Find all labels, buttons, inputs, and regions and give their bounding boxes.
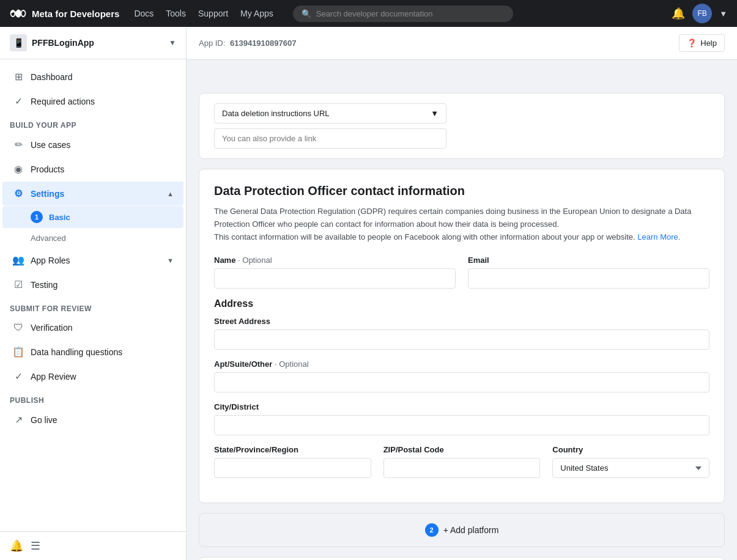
main-content: App ID: 613941910897607 ❓ Help Data dele…	[187, 54, 737, 560]
circle-icon: ◉	[12, 163, 24, 175]
sidebar-item-testing[interactable]: ☑ Testing	[2, 273, 183, 297]
state-input[interactable]	[214, 458, 371, 478]
bell-icon[interactable]: 🔔	[672, 7, 685, 20]
sidebar-item-label: App Review	[31, 372, 76, 381]
dpo-title: Data Protection Officer contact informat…	[214, 184, 709, 198]
check-shield-icon: ✓	[12, 370, 24, 382]
country-group: Country United States Canada United King…	[552, 445, 709, 478]
learn-more-link[interactable]: Learn More.	[637, 232, 680, 241]
address-title: Address	[214, 298, 709, 309]
zip-group: ZIP/Postal Code	[383, 445, 541, 478]
state-zip-country-row: State/Province/Region ZIP/Postal Code Co…	[214, 445, 709, 478]
sidebar-item-required-actions[interactable]: ✓ Required actions	[2, 89, 183, 113]
country-label: Country	[552, 445, 709, 454]
zip-label: ZIP/Postal Code	[383, 445, 541, 454]
sidebar-item-basic[interactable]: 1 Basic	[2, 206, 183, 228]
sidebar-item-label: Go live	[31, 415, 57, 425]
gear-icon: ⚙	[12, 188, 24, 199]
sidebar-item-label: Testing	[31, 280, 57, 290]
sidebar-nav: ⊞ Dashboard ✓ Required actions Build you…	[0, 59, 186, 531]
section-build: Build your app	[0, 114, 186, 132]
email-group: Email	[468, 256, 709, 289]
sidebar-item-label: Dashboard	[31, 72, 73, 82]
sidebar-item-app-review[interactable]: ✓ App Review	[2, 364, 183, 388]
checkbox-icon: ☑	[12, 279, 24, 290]
svg-point-2	[21, 10, 26, 17]
name-group: Name · Optional	[214, 256, 456, 289]
sidebar-bottom: 🔔 ☰	[0, 531, 186, 560]
city-input[interactable]	[214, 415, 709, 435]
chevron-down-icon: ▼	[169, 39, 176, 47]
sidebar-item-label: Data handling questions	[31, 347, 122, 357]
basic-badge: 1	[31, 211, 43, 223]
checkmark-icon: ✓	[12, 95, 24, 107]
dpo-description: The General Data Protection Regulation (…	[214, 205, 709, 243]
sidebar-item-label: Verification	[31, 323, 72, 333]
add-platform-bar[interactable]: 2 + Add platform	[199, 513, 725, 547]
content-area: Data deletion instructions URL ▼ Data Pr…	[199, 93, 725, 560]
nav-docs[interactable]: Docs	[134, 9, 154, 18]
street-row: Street Address	[214, 317, 709, 350]
data-deletion-dropdown[interactable]: Data deletion instructions URL ▼	[214, 103, 446, 123]
sidebar-subitem-label: Basic	[49, 213, 70, 222]
clipboard-icon: 📋	[12, 346, 24, 358]
street-group: Street Address	[214, 317, 709, 350]
sidebar-item-label: Use cases	[31, 140, 70, 150]
sidebar-item-dashboard[interactable]: ⊞ Dashboard	[2, 65, 183, 89]
street-label: Street Address	[214, 317, 709, 326]
state-group: State/Province/Region	[214, 445, 371, 478]
sidebar-item-app-roles[interactable]: 👥 App Roles ▼	[2, 248, 183, 272]
link-input[interactable]	[214, 128, 446, 149]
dpo-card: Data Protection Officer contact informat…	[199, 169, 725, 503]
sidebar-item-verification[interactable]: 🛡 Verification	[2, 316, 183, 339]
sidebar-item-go-live[interactable]: ↗ Go live	[2, 408, 183, 432]
zip-input[interactable]	[383, 458, 541, 478]
city-label: City/District	[214, 402, 709, 411]
footer-bar: Discard Save changes	[199, 557, 725, 560]
section-submit: Submit for review	[0, 297, 186, 315]
apt-input[interactable]	[214, 372, 709, 392]
search-icon: 🔍	[302, 9, 311, 18]
chevron-down-icon: ▼	[167, 257, 174, 264]
street-input[interactable]	[214, 330, 709, 350]
email-label: Email	[468, 256, 709, 265]
apt-row: Apt/Suite/Other · Optional	[214, 359, 709, 392]
nav-tools[interactable]: Tools	[166, 9, 186, 18]
sidebar-item-products[interactable]: ◉ Products	[2, 157, 183, 181]
sidebar-item-settings[interactable]: ⚙ Settings ▲	[2, 182, 183, 205]
nav-myapps[interactable]: My Apps	[240, 9, 273, 18]
shield-icon: 🛡	[12, 322, 24, 333]
sidebar-item-advanced[interactable]: Advanced	[2, 229, 183, 248]
arrow-up-right-icon: ↗	[12, 414, 24, 426]
avatar[interactable]: FB	[692, 4, 712, 23]
sidebar-item-label: Products	[31, 164, 64, 174]
email-input[interactable]	[468, 268, 709, 289]
list-icon[interactable]: ☰	[31, 539, 40, 553]
city-row: City/District	[214, 402, 709, 435]
user-name[interactable]: ▼	[719, 9, 727, 18]
layout: 📱 PFFBLoginApp ▼ ⊞ Dashboard ✓ Required …	[0, 27, 737, 560]
section-publish: Publish	[0, 389, 186, 407]
notification-bell-icon[interactable]: 🔔	[10, 539, 23, 553]
apt-group: Apt/Suite/Other · Optional	[214, 359, 709, 392]
pencil-icon: ✏	[12, 139, 24, 150]
data-deletion-card: Data deletion instructions URL ▼	[199, 93, 725, 159]
sidebar-subitem-label: Advanced	[31, 234, 66, 243]
search-box[interactable]: 🔍	[293, 6, 513, 22]
country-select[interactable]: United States Canada United Kingdom Aust…	[552, 458, 709, 478]
name-input[interactable]	[214, 268, 456, 289]
logo: Meta for Developers	[10, 9, 119, 19]
sidebar: 📱 PFFBLoginApp ▼ ⊞ Dashboard ✓ Required …	[0, 27, 187, 560]
state-label: State/Province/Region	[214, 445, 371, 454]
search-input[interactable]	[316, 9, 505, 18]
nav-links: Docs Tools Support My Apps	[134, 9, 273, 18]
sidebar-item-use-cases[interactable]: ✏ Use cases	[2, 133, 183, 157]
city-group: City/District	[214, 402, 709, 435]
dashboard-icon: ⊞	[12, 71, 24, 83]
add-platform-label: + Add platform	[443, 525, 499, 535]
chevron-down-icon: ▼	[431, 109, 439, 118]
app-selector[interactable]: 📱 PFFBLoginApp ▼	[0, 27, 186, 59]
app-icon: 📱	[10, 34, 27, 51]
sidebar-item-data-handling[interactable]: 📋 Data handling questions	[2, 340, 183, 364]
nav-support[interactable]: Support	[198, 9, 228, 18]
